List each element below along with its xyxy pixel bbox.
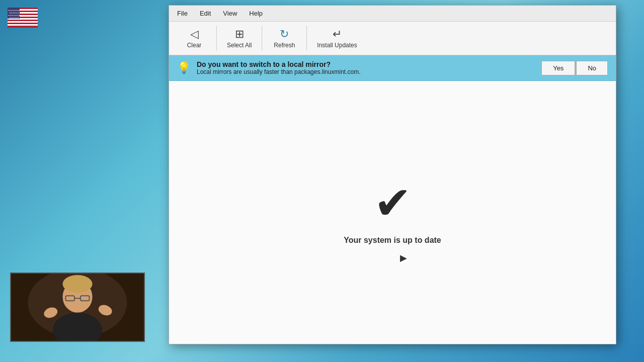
webcam-overlay	[10, 273, 145, 342]
toolbar: ◁ Clear ⊞ Select All ↻ Refresh ↵ Install…	[169, 22, 616, 55]
clear-label: Clear	[187, 42, 202, 49]
mirror-banner: 💡 Do you want to switch to a local mirro…	[169, 55, 616, 81]
lightbulb-icon: 💡	[177, 61, 191, 74]
yes-button[interactable]: Yes	[541, 61, 575, 75]
svg-text:★★★★★: ★★★★★	[9, 17, 19, 19]
webcam-content	[11, 274, 144, 341]
select-all-label: Select All	[227, 42, 252, 49]
menu-edit[interactable]: Edit	[198, 9, 213, 18]
main-content: ✔ Your system is up to date ▶	[169, 81, 616, 344]
toolbar-sep-3	[306, 26, 307, 51]
toolbar-sep-1	[216, 26, 217, 51]
menu-view[interactable]: View	[221, 9, 239, 18]
refresh-icon: ↻	[280, 28, 289, 41]
banner-buttons: Yes No	[541, 61, 608, 75]
install-updates-button[interactable]: ↵ Install Updates	[309, 25, 365, 52]
refresh-label: Refresh	[274, 42, 295, 49]
banner-text-container: Do you want to switch to a local mirror?…	[197, 60, 535, 75]
mouse-cursor: ▶	[400, 252, 407, 263]
install-updates-icon: ↵	[333, 28, 342, 41]
update-manager-window: File Edit View Help ◁ Clear ⊞ Select All…	[169, 5, 616, 344]
up-to-date-text: Your system is up to date	[344, 236, 441, 245]
menu-file[interactable]: File	[175, 9, 190, 18]
select-all-icon: ⊞	[235, 28, 244, 41]
clear-icon: ◁	[190, 28, 199, 41]
menu-bar: File Edit View Help	[169, 6, 616, 22]
svg-rect-6	[8, 24, 38, 26]
clear-button[interactable]: ◁ Clear	[174, 25, 214, 52]
refresh-button[interactable]: ↻ Refresh	[264, 25, 304, 52]
banner-subtitle: Local mirrors are usually faster than pa…	[197, 68, 535, 75]
svg-point-15	[62, 275, 92, 293]
svg-rect-5	[8, 21, 38, 23]
banner-title: Do you want to switch to a local mirror?	[197, 60, 535, 68]
select-all-button[interactable]: ⊞ Select All	[219, 25, 260, 52]
no-button[interactable]: No	[576, 61, 608, 75]
install-updates-label: Install Updates	[317, 42, 357, 49]
checkmark-icon: ✔	[374, 180, 412, 226]
toolbar-sep-2	[262, 26, 262, 51]
flag-icon: ★★★★★★ ★★★★★ ★★★★★★ ★★★★★	[8, 8, 38, 28]
menu-help[interactable]: Help	[247, 9, 265, 18]
